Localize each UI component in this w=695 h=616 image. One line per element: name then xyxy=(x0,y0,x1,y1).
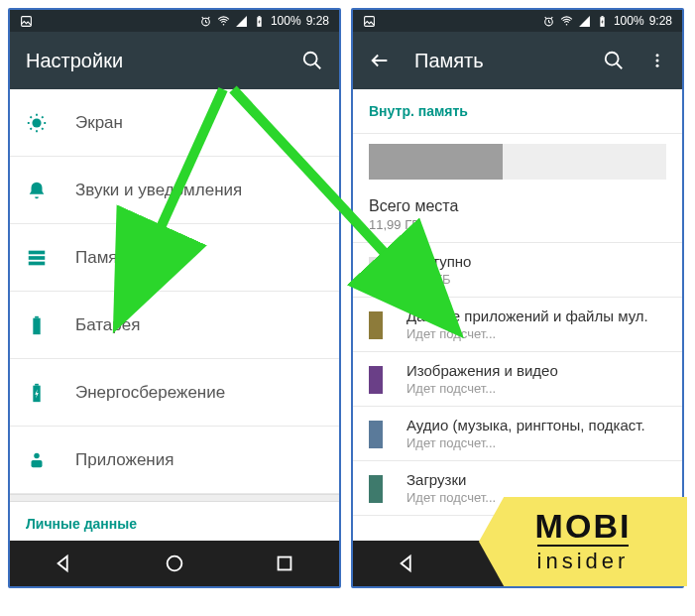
status-bar: 100% 9:28 xyxy=(10,10,339,32)
svg-point-20 xyxy=(566,23,568,25)
svg-rect-4 xyxy=(258,16,260,17)
row-label: Изображения и видео xyxy=(406,362,558,379)
total-label: Всего места xyxy=(369,197,666,215)
brightness-icon xyxy=(26,112,48,134)
svg-rect-11 xyxy=(35,315,39,317)
row-sub: Идет подсчет... xyxy=(406,435,645,450)
svg-point-16 xyxy=(168,556,182,571)
watermark: MOBI insider xyxy=(479,497,687,586)
recents-nav-icon[interactable] xyxy=(274,553,295,574)
item-label: Приложения xyxy=(75,450,174,470)
row-label: Доступно xyxy=(406,253,471,270)
alarm-icon xyxy=(199,15,212,28)
page-title: Настройки xyxy=(26,50,278,72)
search-icon[interactable] xyxy=(301,50,323,71)
settings-item-battery[interactable]: Батарея xyxy=(10,292,339,359)
svg-point-25 xyxy=(656,60,659,62)
storage-icon xyxy=(26,247,48,269)
overflow-icon[interactable] xyxy=(648,50,666,71)
memory-content: Внутр. память Всего места 11,99 ГБ Досту… xyxy=(353,89,682,541)
item-label: Батарея xyxy=(75,315,140,335)
signal-icon xyxy=(578,15,591,28)
svg-rect-17 xyxy=(278,557,290,570)
svg-rect-15 xyxy=(32,460,43,467)
item-label: Звуки и уведомления xyxy=(75,181,242,200)
item-label: Экран xyxy=(75,113,123,133)
item-label: Энергосбережение xyxy=(75,383,225,403)
status-bar: 100% 9:28 xyxy=(353,10,682,32)
watermark-line1: MOBI xyxy=(535,509,632,543)
image-icon xyxy=(20,15,33,28)
swatch xyxy=(369,421,383,448)
image-icon xyxy=(363,15,376,28)
back-nav-icon[interactable] xyxy=(397,553,418,574)
nav-bar xyxy=(10,541,339,586)
wifi-icon xyxy=(560,15,573,28)
storage-bar xyxy=(353,134,682,187)
page-title: Память xyxy=(414,50,579,72)
total-value: 11,99 ГБ xyxy=(369,217,666,232)
battery-percent: 100% xyxy=(271,14,301,28)
row-sub: Идет подсчет... xyxy=(406,381,558,396)
clock-time: 9:28 xyxy=(306,14,329,28)
search-icon[interactable] xyxy=(603,50,625,71)
svg-point-6 xyxy=(32,118,41,127)
battery-icon xyxy=(253,15,266,28)
storage-row-audio[interactable]: Аудио (музыка, рингтоны, подкаст. Идет п… xyxy=(353,407,682,461)
apps-icon xyxy=(26,449,48,471)
svg-point-14 xyxy=(34,452,40,458)
section-divider xyxy=(10,494,339,502)
storage-bar-fill xyxy=(369,144,503,180)
settings-list: Экран Звуки и уведомления Память Батарея… xyxy=(10,89,339,541)
energy-icon xyxy=(26,382,48,404)
alarm-icon xyxy=(542,15,555,28)
storage-row-available[interactable]: Доступно 6,63 ГБ xyxy=(353,243,682,298)
row-sub: 6,63 ГБ xyxy=(406,272,471,287)
internal-storage-header: Внутр. память xyxy=(353,89,682,134)
action-bar: Память xyxy=(353,32,682,89)
row-label: Загрузки xyxy=(406,471,496,488)
personal-section-header: Личные данные xyxy=(10,502,339,540)
phone-left-settings: 100% 9:28 Настройки Экран Звуки и уведом… xyxy=(8,8,341,588)
watermark-line2: insider xyxy=(537,545,630,574)
row-label: Данные приложений и файлы мул. xyxy=(406,308,648,324)
svg-rect-10 xyxy=(33,317,40,334)
swatch xyxy=(369,311,383,339)
swatch xyxy=(369,475,383,503)
home-nav-icon[interactable] xyxy=(164,553,185,574)
svg-rect-13 xyxy=(35,383,39,385)
back-nav-icon[interactable] xyxy=(54,553,75,574)
clock-time: 9:28 xyxy=(649,14,672,28)
item-label: Память xyxy=(75,248,134,268)
row-label: Аудио (музыка, рингтоны, подкаст. xyxy=(406,417,645,433)
svg-rect-7 xyxy=(29,250,46,254)
settings-item-memory[interactable]: Память xyxy=(10,224,339,292)
svg-point-24 xyxy=(656,54,659,57)
row-sub: Идет подсчет... xyxy=(406,326,648,341)
signal-icon xyxy=(235,15,248,28)
svg-point-26 xyxy=(656,64,659,67)
storage-row-images[interactable]: Изображения и видео Идет подсчет... xyxy=(353,352,682,407)
svg-rect-8 xyxy=(29,256,46,260)
back-arrow-icon[interactable] xyxy=(369,50,391,71)
wifi-icon xyxy=(217,15,230,28)
action-bar: Настройки xyxy=(10,32,339,89)
settings-item-apps[interactable]: Приложения xyxy=(10,427,339,494)
settings-item-energy[interactable]: Энергосбережение xyxy=(10,359,339,427)
swatch xyxy=(369,257,383,285)
svg-point-2 xyxy=(223,23,225,25)
svg-rect-0 xyxy=(22,16,32,26)
bell-icon xyxy=(26,180,48,201)
swatch xyxy=(369,366,383,394)
storage-total[interactable]: Всего места 11,99 ГБ xyxy=(353,187,682,243)
battery-percent: 100% xyxy=(614,14,644,28)
settings-item-sounds[interactable]: Звуки и уведомления xyxy=(10,157,339,224)
battery-icon xyxy=(26,314,48,336)
settings-item-display[interactable]: Экран xyxy=(10,89,339,157)
row-sub: Идет подсчет... xyxy=(406,490,496,505)
svg-point-5 xyxy=(304,53,317,65)
svg-rect-22 xyxy=(601,16,603,17)
battery-icon xyxy=(596,15,609,28)
svg-rect-18 xyxy=(365,16,375,26)
storage-row-appdata[interactable]: Данные приложений и файлы мул. Идет подс… xyxy=(353,298,682,352)
